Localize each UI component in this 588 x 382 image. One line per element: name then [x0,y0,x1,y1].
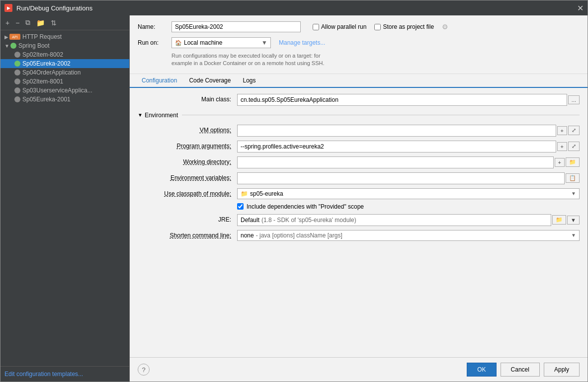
sidebar-item-spring-boot[interactable]: ▼ Spring Boot [0,41,129,50]
store-project-checkbox[interactable] [374,24,381,30]
sidebar-item-sp04order[interactable]: Sp04OrderApplication [0,68,129,77]
sort-config-button[interactable]: ⇅ [49,18,59,28]
tab-code-coverage[interactable]: Code Coverage [183,74,237,88]
working-dir-browse-button[interactable]: 📁 [566,157,580,167]
expand-icon: ▶ [4,34,8,40]
program-args-input[interactable] [237,141,556,153]
main-class-browse-button[interactable]: ... [568,95,580,104]
hint-line2: example in a Docker Container or on a re… [171,60,325,66]
config-icon-sp04 [14,70,20,76]
name-options: Allow parallel run Store as project file… [313,23,448,31]
tab-logs[interactable]: Logs [237,74,261,88]
section-divider [182,115,580,115]
http-request-label: HTTP Request [22,33,62,40]
jre-hint: (1.8 - SDK of 'sp05-eureka' module) [261,217,356,224]
section-arrow-icon: ▼ [138,112,143,118]
jre-field: Default (1.8 - SDK of 'sp05-eureka' modu… [237,214,580,226]
program-args-label: Program arguments: [138,141,237,150]
module-dropdown[interactable]: 📁 sp05-eureka ▼ [237,188,580,199]
sp05eureka-2002-label: Sp05Eureka-2002 [22,60,71,67]
dropdown-arrow-icon: ▼ [261,39,267,46]
dialog-title: Run/Debug Configurations [16,4,577,12]
program-args-add-button[interactable]: + [557,142,567,151]
module-label: Use classpath of module: [138,188,237,197]
working-dir-row: Working directory: + 📁 [138,156,580,168]
apply-button[interactable]: Apply [544,363,580,377]
config-header: Name: Sp05Eureka-2002 Allow parallel run… [130,15,588,74]
manage-targets-link[interactable]: Manage targets... [279,39,325,46]
vm-options-label: VM options: [138,125,237,134]
allow-parallel-checkbox[interactable] [313,24,319,30]
shorten-value: none [241,232,254,239]
sidebar-item-http-request[interactable]: ▶ API HTTP Request [0,32,129,41]
remove-config-button[interactable]: − [13,18,21,28]
sidebar-item-sp02item-8001[interactable]: Sp02Item-8001 [0,77,129,86]
working-dir-add-button[interactable]: + [555,158,565,167]
shorten-label: Shorten command line: [138,230,237,239]
environment-section: ▼ Environment [138,110,580,121]
move-config-button[interactable]: 📁 [34,18,47,28]
store-project-label: Store as project file [383,23,434,30]
include-deps-checkbox[interactable] [237,203,244,210]
help-button[interactable]: ? [138,364,150,376]
env-vars-input[interactable] [237,172,565,184]
name-label: Name: [138,23,168,30]
vm-options-field: + ⤢ [237,125,580,137]
main-content: + − ⧉ 📁 ⇅ ▶ API HTTP Request ▼ Spring Bo… [0,15,588,382]
tabs-bar: Configuration Code Coverage Logs [130,74,588,88]
jre-dropdown-button[interactable]: ▼ [567,216,580,225]
env-vars-field: 📋 [237,172,580,184]
home-icon: 🏠 [175,40,182,46]
gear-icon[interactable]: ⚙ [442,23,448,31]
button-bar: ? OK Cancel Apply [130,357,588,382]
runon-label: Run on: [138,39,168,46]
hint-text: Run configurations may be executed local… [171,52,580,68]
config-icon-sp05-2001 [14,96,20,102]
vm-options-add-button[interactable]: + [557,126,567,135]
app-icon: ▶ [4,4,12,12]
close-button[interactable]: ✕ [577,3,584,13]
vm-options-expand-button[interactable]: ⤢ [568,126,580,135]
config-icon-sp02-8001 [14,78,20,84]
runon-row: Run on: 🏠 Local machine ▼ Manage targets… [138,37,580,48]
env-vars-browse-button[interactable]: 📋 [566,173,580,183]
name-input[interactable]: Sp05Eureka-2002 [171,21,301,32]
main-class-row: Main class: ... [138,94,580,106]
config-body: Main class: ... ▼ Environment VM options… [130,88,588,357]
working-dir-label: Working directory: [138,156,237,165]
sidebar-item-sp02item-8002[interactable]: Sp02Item-8002 [0,50,129,59]
config-icon-sp02 [14,52,20,58]
sidebar-item-sp05eureka-2001[interactable]: Sp05Eureka-2001 [0,95,129,104]
jre-label: JRE: [138,214,237,223]
sidebar-item-sp03user[interactable]: Sp03UserserviceApplica... [0,86,129,95]
jre-value: Default [241,217,259,224]
allow-parallel-label: Allow parallel run [321,23,366,30]
jre-dropdown[interactable]: Default (1.8 - SDK of 'sp05-eureka' modu… [237,214,551,226]
spring-boot-label: Spring Boot [18,42,50,49]
sidebar-item-sp05eureka-2002[interactable]: Sp05Eureka-2002 [0,59,129,68]
main-class-input[interactable] [237,94,567,106]
run-debug-dialog: ▶ Run/Debug Configurations ✕ + − ⧉ 📁 ⇅ ▶… [0,0,588,382]
tab-configuration[interactable]: Configuration [136,74,183,88]
ok-button[interactable]: OK [467,363,496,377]
config-icon-sp05-2002 [14,61,20,67]
program-args-expand-button[interactable]: ⤢ [568,142,580,151]
hint-line1: Run configurations may be executed local… [171,53,321,59]
program-args-field: + ⤢ [237,141,580,153]
name-row: Name: Sp05Eureka-2002 Allow parallel run… [138,21,580,32]
working-dir-input[interactable] [237,156,554,168]
vm-options-input[interactable] [237,125,556,137]
sidebar-bottom: Edit configuration templates... [0,366,129,382]
sp03user-label: Sp03UserserviceApplica... [22,87,92,94]
copy-config-button[interactable]: ⧉ [23,17,32,28]
runon-dropdown[interactable]: 🏠 Local machine ▼ [171,37,271,48]
shorten-dropdown[interactable]: none - java [options] className [args] ▼ [237,230,580,241]
sp02item-8002-label: Sp02Item-8002 [22,51,63,58]
cancel-button[interactable]: Cancel [501,363,540,377]
edit-templates-link[interactable]: Edit configuration templates... [4,371,83,378]
shorten-arrow-icon: ▼ [571,232,576,238]
runon-value: Local machine [184,39,222,46]
jre-browse-button[interactable]: 📁 [552,215,566,225]
working-dir-field: + 📁 [237,156,580,168]
add-config-button[interactable]: + [3,18,11,28]
